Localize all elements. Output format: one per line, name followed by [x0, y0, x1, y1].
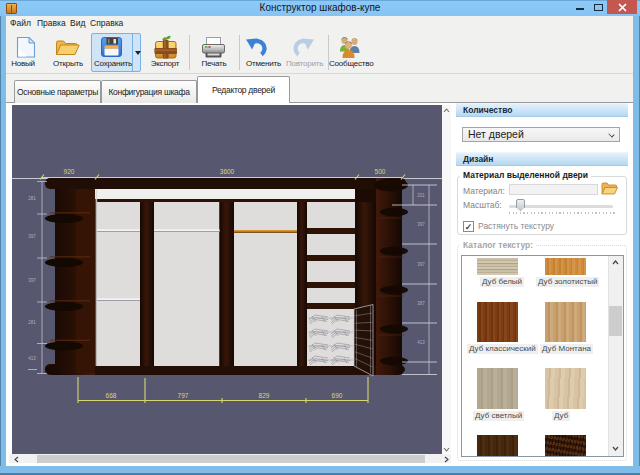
svg-text:797: 797 — [178, 392, 189, 399]
svg-text:413: 413 — [417, 340, 425, 345]
svg-text:281: 281 — [28, 320, 36, 325]
svg-text:829: 829 — [259, 392, 270, 399]
svg-text:500: 500 — [375, 168, 386, 175]
svg-text:281: 281 — [28, 196, 36, 201]
svg-text:201: 201 — [417, 193, 425, 198]
svg-text:397: 397 — [28, 234, 36, 239]
svg-text:668: 668 — [106, 392, 117, 399]
svg-text:3600: 3600 — [220, 168, 235, 175]
svg-text:397: 397 — [417, 222, 425, 227]
svg-text:413: 413 — [28, 356, 36, 361]
svg-text:920: 920 — [64, 168, 75, 175]
svg-text:397: 397 — [28, 278, 36, 283]
svg-text:387: 387 — [417, 301, 425, 306]
svg-text:397: 397 — [417, 262, 425, 267]
svg-text:690: 690 — [332, 392, 343, 399]
